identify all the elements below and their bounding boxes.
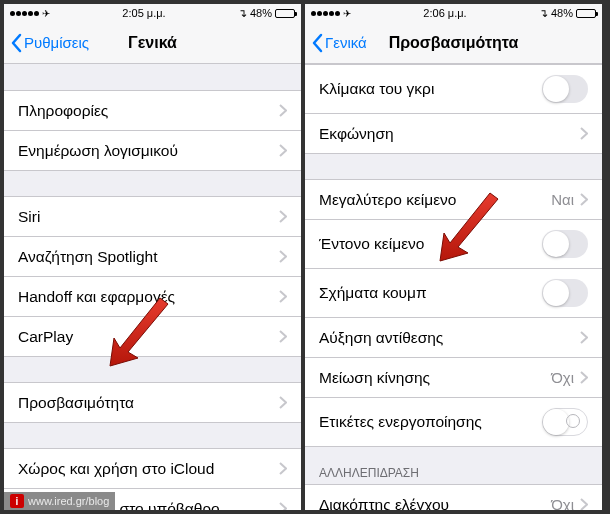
status-time: 2:05 μ.μ. <box>122 7 165 19</box>
settings-list: Πληροφορίες Ενημέρωση λογισμικού Siri Αν… <box>4 64 301 510</box>
chevron-right-icon <box>279 396 287 409</box>
screen-accessibility: ✈ 2:06 μ.μ. ↴ 48% Γενικά Προσβασιμότητα … <box>305 4 602 510</box>
chevron-left-icon <box>10 33 22 53</box>
row-bold-text[interactable]: Έντονο κείμενο <box>305 219 602 269</box>
battery-pct: 48% <box>250 7 272 19</box>
row-about[interactable]: Πληροφορίες <box>4 90 301 131</box>
chevron-right-icon <box>580 331 588 344</box>
row-carplay[interactable]: CarPlay <box>4 316 301 357</box>
chevron-right-icon <box>580 498 588 510</box>
status-bar: ✈ 2:06 μ.μ. ↴ 48% <box>305 4 602 22</box>
row-larger-text[interactable]: Μεγαλύτερο κείμενο Ναι <box>305 179 602 220</box>
row-storage-icloud[interactable]: Χώρος και χρήση στο iCloud <box>4 448 301 489</box>
toggle-off[interactable] <box>542 230 588 258</box>
row-software-update[interactable]: Ενημέρωση λογισμικού <box>4 130 301 171</box>
row-increase-contrast[interactable]: Αύξηση αντίθεσης <box>305 317 602 358</box>
signal-icon <box>311 11 340 16</box>
info-icon: i <box>10 494 24 508</box>
section-header-interaction: ΑΛΛΗΛΕΠΙΔΡΑΣΗ <box>305 446 602 484</box>
row-handoff[interactable]: Handoff και εφαρμογές <box>4 276 301 317</box>
toggle-off[interactable] <box>542 279 588 307</box>
chevron-right-icon <box>279 290 287 303</box>
toggle-off[interactable] <box>542 75 588 103</box>
chevron-right-icon <box>580 193 588 206</box>
chevron-right-icon <box>279 104 287 117</box>
status-time: 2:06 μ.μ. <box>423 7 466 19</box>
back-label: Ρυθμίσεις <box>24 34 89 51</box>
battery-icon <box>576 9 596 18</box>
chevron-right-icon <box>279 330 287 343</box>
row-switch-control[interactable]: Διακόπτης ελέγχου Όχι <box>305 484 602 510</box>
toggle-off[interactable] <box>542 408 588 436</box>
chevron-right-icon <box>279 144 287 157</box>
chevron-right-icon <box>279 502 287 510</box>
battery-icon <box>275 9 295 18</box>
back-button[interactable]: Γενικά <box>311 33 367 53</box>
signal-icon <box>10 11 39 16</box>
row-onoff-labels[interactable]: Ετικέτες ενεργοποίησης <box>305 397 602 447</box>
battery-pct: 48% <box>551 7 573 19</box>
nav-bar: Γενικά Προσβασιμότητα <box>305 22 602 64</box>
accessibility-list: Κλίμακα του γκρι Εκφώνηση Μεγαλύτερο κεί… <box>305 64 602 510</box>
watermark: i www.ired.gr/blog <box>4 492 115 510</box>
row-accessibility[interactable]: Προσβασιμότητα <box>4 382 301 423</box>
back-label: Γενικά <box>325 34 367 51</box>
nav-bar: Ρυθμίσεις Γενικά <box>4 22 301 64</box>
row-speech[interactable]: Εκφώνηση <box>305 113 602 154</box>
chevron-left-icon <box>311 33 323 53</box>
chevron-right-icon <box>279 250 287 263</box>
chevron-right-icon <box>279 462 287 475</box>
row-spotlight[interactable]: Αναζήτηση Spotlight <box>4 236 301 277</box>
row-button-shapes[interactable]: Σχήματα κουμπ <box>305 268 602 318</box>
row-grayscale[interactable]: Κλίμακα του γκρι <box>305 64 602 114</box>
screen-general: ✈ 2:05 μ.μ. ↴ 48% Ρυθμίσεις Γενικά Πληρο… <box>4 4 301 510</box>
airplane-icon: ✈ <box>343 8 351 19</box>
chevron-right-icon <box>580 371 588 384</box>
chevron-right-icon <box>580 127 588 140</box>
status-bar: ✈ 2:05 μ.μ. ↴ 48% <box>4 4 301 22</box>
airplane-icon: ✈ <box>42 8 50 19</box>
chevron-right-icon <box>279 210 287 223</box>
back-button[interactable]: Ρυθμίσεις <box>10 33 89 53</box>
row-reduce-motion[interactable]: Μείωση κίνησης Όχι <box>305 357 602 398</box>
row-siri[interactable]: Siri <box>4 196 301 237</box>
